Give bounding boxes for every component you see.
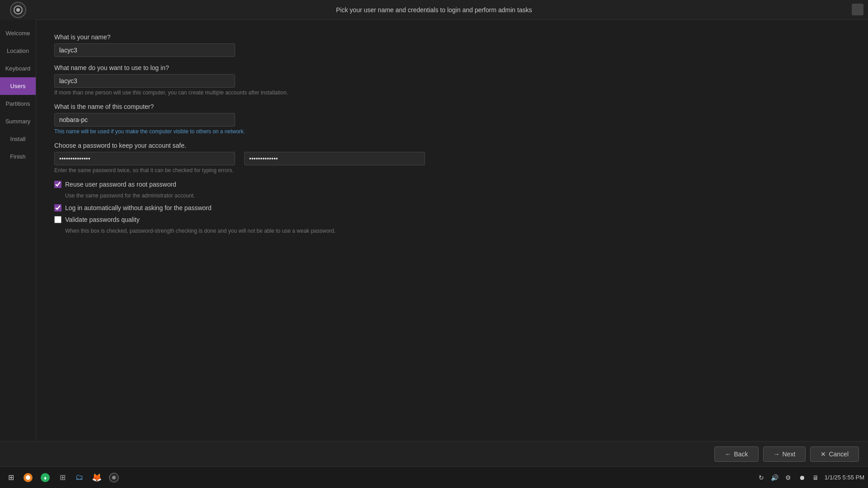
close-button[interactable] xyxy=(852,4,863,15)
autologin-label[interactable]: Log in automatically without asking for … xyxy=(65,204,212,211)
name-group: What is your name? xyxy=(54,33,850,57)
app-logo xyxy=(0,0,36,20)
reuse-hint: Use the same password for the administra… xyxy=(65,192,850,199)
password-group: Choose a password to keep your account s… xyxy=(54,142,850,174)
sidebar-item-users[interactable]: Users xyxy=(0,77,36,95)
svg-point-7 xyxy=(112,476,116,479)
logo-icon xyxy=(13,5,23,15)
taskbar-right: ↻ 🔊 ⚙ ⏺ 🖥 1/1/25 5:55 PM xyxy=(757,473,864,482)
nobara-logo xyxy=(23,472,33,483)
taskbar-nobara-icon[interactable] xyxy=(21,470,35,485)
password-label: Choose a password to keep your account s… xyxy=(54,142,850,149)
back-arrow-icon: ← xyxy=(725,450,731,458)
computer-name-hint: This name will be used if you make the c… xyxy=(54,128,850,135)
login-name-input[interactable] xyxy=(54,74,235,88)
login-name-label: What name do you want to use to log in? xyxy=(54,64,850,71)
main-layout: Welcome Location Keyboard Users Partitio… xyxy=(0,20,868,441)
validate-checkbox[interactable] xyxy=(54,216,61,223)
computer-name-input[interactable] xyxy=(54,113,235,127)
svg-point-3 xyxy=(26,475,30,480)
validate-hint: When this box is checked, password-stren… xyxy=(65,228,850,234)
computer-name-group: What is the name of this computer? This … xyxy=(54,103,850,135)
computer-name-label: What is the name of this computer? xyxy=(54,103,850,110)
top-bar: Pick your user name and credentials to l… xyxy=(0,0,868,20)
svg-point-1 xyxy=(16,8,20,12)
name-input[interactable] xyxy=(54,43,235,57)
taskbar-calamares-icon[interactable] xyxy=(107,470,121,485)
password-confirm-input[interactable] xyxy=(244,152,425,165)
reuse-password-row: Reuse user password as root password xyxy=(54,181,850,188)
taskbar-grid-icon[interactable]: ⊞ xyxy=(55,470,70,485)
cancel-label: Cancel xyxy=(829,450,849,458)
sidebar-item-install[interactable]: Install xyxy=(0,130,36,148)
taskbar-refresh-icon[interactable]: ↻ xyxy=(757,473,766,482)
taskbar-settings-icon[interactable]: ⚙ xyxy=(784,473,793,482)
multiple-accounts-hint: If more than one person will use this co… xyxy=(54,89,850,96)
taskbar-green-icon[interactable]: ♦ xyxy=(38,470,52,485)
taskbar: ⊞ ♦ ⊞ 🗂 🦊 ↻ 🔊 ⚙ ⏺ 🖥 1/1/25 5:55 PM xyxy=(0,466,868,488)
taskbar-audio-icon[interactable]: 🔊 xyxy=(770,473,779,482)
taskbar-files-icon[interactable]: 🗂 xyxy=(72,470,87,485)
sidebar-item-summary[interactable]: Summary xyxy=(0,113,36,130)
name-label: What is your name? xyxy=(54,33,850,41)
logo-circle xyxy=(10,2,26,18)
login-name-group: What name do you want to use to log in? … xyxy=(54,64,850,96)
password-hint: Enter the same password twice, so that i… xyxy=(54,167,850,174)
sidebar-item-finish[interactable]: Finish xyxy=(0,148,36,165)
top-bar-title: Pick your user name and credentials to l… xyxy=(336,6,532,14)
next-arrow-icon: → xyxy=(774,450,780,458)
validate-row: Validate passwords quality xyxy=(54,216,850,223)
green-icon: ♦ xyxy=(40,472,51,483)
next-label: Next xyxy=(783,450,796,458)
taskbar-record-icon[interactable]: ⏺ xyxy=(797,473,807,482)
autologin-checkbox[interactable] xyxy=(54,204,61,211)
sidebar: Welcome Location Keyboard Users Partitio… xyxy=(0,20,36,441)
reuse-password-checkbox[interactable] xyxy=(54,181,61,188)
password-row xyxy=(54,152,850,165)
cancel-button[interactable]: ✕ Cancel xyxy=(810,446,859,462)
reuse-password-label[interactable]: Reuse user password as root password xyxy=(65,181,176,188)
bottom-nav: ← Back → Next ✕ Cancel xyxy=(0,441,868,466)
password-input[interactable] xyxy=(54,152,235,165)
calamares-logo-taskbar xyxy=(108,472,119,483)
validate-label[interactable]: Validate passwords quality xyxy=(65,216,140,223)
sidebar-item-keyboard[interactable]: Keyboard xyxy=(0,60,36,77)
svg-text:♦: ♦ xyxy=(44,475,47,481)
taskbar-time: 1/1/25 5:55 PM xyxy=(825,474,864,481)
sidebar-item-partitions[interactable]: Partitions xyxy=(0,95,36,113)
taskbar-firefox-icon[interactable]: 🦊 xyxy=(90,470,104,485)
cancel-icon: ✕ xyxy=(821,450,826,458)
content-area: What is your name? What name do you want… xyxy=(36,20,868,441)
back-button[interactable]: ← Back xyxy=(714,446,758,462)
taskbar-monitor-icon[interactable]: 🖥 xyxy=(811,473,820,482)
next-button[interactable]: → Next xyxy=(763,446,806,462)
taskbar-apps-icon[interactable]: ⊞ xyxy=(4,470,18,485)
autologin-row: Log in automatically without asking for … xyxy=(54,204,850,211)
sidebar-item-location[interactable]: Location xyxy=(0,42,36,60)
sidebar-item-welcome[interactable]: Welcome xyxy=(0,24,36,42)
back-label: Back xyxy=(734,450,748,458)
